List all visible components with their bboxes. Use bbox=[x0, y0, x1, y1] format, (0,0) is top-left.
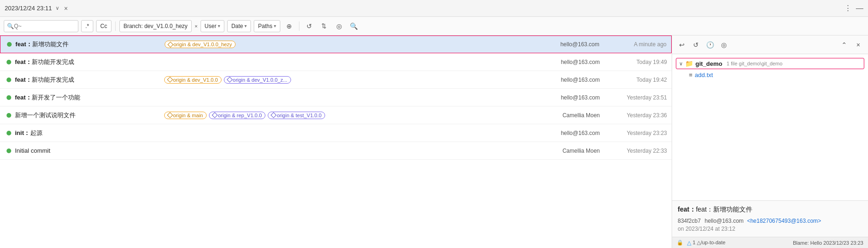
titlebar-time: 2023/12/24 23:11 bbox=[5, 5, 52, 12]
commit-dot bbox=[7, 113, 11, 118]
status-bar: 🔒 △ 1 △/up-to-date Blame: Hello 2023/12/… bbox=[672, 237, 868, 248]
new-tab-icon: ⊕ bbox=[286, 22, 292, 30]
commit-author: hello@163.com bbox=[544, 130, 600, 136]
right-toolbar: ↩ ↺ 🕐 ◎ ⌃ × bbox=[672, 35, 868, 54]
table-row[interactable]: init：起源 hello@163.com Yesterday 23:23 bbox=[0, 124, 672, 142]
commit-date: Today 19:42 bbox=[606, 77, 667, 83]
tag-diamond-icon bbox=[167, 77, 173, 83]
commit-dot bbox=[7, 60, 11, 64]
fetch-icon: ⇅ bbox=[321, 22, 326, 29]
redo-button[interactable]: ↺ bbox=[690, 39, 702, 51]
commit-tags: origin & dev_V1.0.0 origin & dev_V1.0.0_… bbox=[164, 76, 539, 84]
table-row[interactable]: feat：新功能开发完成 origin & dev_V1.0.0 origin … bbox=[0, 71, 672, 89]
commit-author: Camellia Moen bbox=[544, 112, 600, 119]
commit-tag: origin & dev_V1.0.0_z... bbox=[224, 76, 291, 84]
redo-icon: ↺ bbox=[693, 41, 699, 49]
commit-tag: origin & main bbox=[164, 112, 207, 119]
commit-dot bbox=[7, 78, 11, 82]
file-list-icon: ≡ bbox=[689, 71, 693, 78]
commit-detail-email-link[interactable]: <he18270675493@163.com> bbox=[747, 218, 821, 224]
search-commits-button[interactable]: 🔍 bbox=[348, 20, 360, 32]
titlebar-menu-icon[interactable]: ⋮ bbox=[844, 4, 852, 13]
commit-detail-author: hello@163.com bbox=[705, 218, 744, 224]
titlebar-minimize-icon[interactable]: — bbox=[856, 4, 863, 13]
commit-date: Yesterday 23:23 bbox=[606, 130, 667, 136]
search-commits-icon: 🔍 bbox=[350, 22, 358, 30]
history-button[interactable]: 🕐 bbox=[704, 39, 716, 51]
commit-detail: feat：feat：新增功能文件 834f2cb7 hello@163.com … bbox=[672, 200, 868, 237]
folder-item[interactable]: ∨ 📁 git_demo 1 file git_demo\git_demo bbox=[676, 58, 864, 69]
file-item[interactable]: ≡ add.txt bbox=[676, 70, 864, 80]
commit-tags: origin & main origin & rep_V1.0.0 origin… bbox=[164, 112, 539, 119]
user-filter-button[interactable]: User ▾ bbox=[201, 20, 224, 32]
commit-author: hello@163.com bbox=[543, 41, 599, 48]
right-close-button[interactable]: × bbox=[852, 39, 864, 51]
table-row[interactable]: feat：新开发了一个功能 hello@163.com Yesterday 23… bbox=[0, 89, 672, 106]
eye-button[interactable]: ◎ bbox=[333, 20, 345, 32]
tag-diamond-icon bbox=[227, 77, 233, 83]
history-icon: 🕐 bbox=[706, 41, 714, 49]
commit-dot bbox=[7, 149, 11, 153]
paths-filter-button[interactable]: Paths ▾ bbox=[254, 20, 280, 32]
lock-icon: 🔒 bbox=[677, 240, 683, 246]
delta-badge: △ 1 △/up-to-date bbox=[687, 240, 725, 246]
main-window: 2023/12/24 23:11 ∨ × ⋮ — 🔍 .* Cc Branch:… bbox=[0, 0, 868, 248]
commit-date: A minute ago bbox=[606, 41, 667, 48]
commit-author: hello@163.com bbox=[544, 77, 600, 83]
date-filter-button[interactable]: Date ▾ bbox=[227, 20, 251, 32]
date-label: Date bbox=[231, 23, 243, 29]
paths-label: Paths bbox=[258, 23, 272, 29]
collapse-icon: ⌃ bbox=[841, 41, 847, 49]
tag-diamond-icon bbox=[167, 112, 173, 118]
commit-detail-hash: 834f2cb7 hello@163.com <he18270675493@16… bbox=[678, 218, 862, 224]
titlebar: 2023/12/24 23:11 ∨ × ⋮ — bbox=[0, 0, 868, 17]
right-eye-button[interactable]: ◎ bbox=[718, 39, 730, 51]
table-row[interactable]: Initial commit Camellia Moen Yesterday 2… bbox=[0, 142, 672, 160]
collapse-button[interactable]: ⌃ bbox=[838, 39, 850, 51]
commit-date: Yesterday 23:51 bbox=[606, 94, 667, 101]
paths-chevron-icon: ▾ bbox=[274, 23, 276, 28]
tag-diamond-icon bbox=[212, 112, 218, 118]
undo-button[interactable]: ↩ bbox=[676, 39, 688, 51]
eye-icon: ◎ bbox=[336, 22, 342, 30]
commit-tag: origin & dev_V1.0.0 bbox=[164, 76, 222, 84]
fetch-button[interactable]: ⇅ bbox=[318, 20, 330, 32]
branch-close-icon[interactable]: × bbox=[194, 23, 197, 29]
commit-author: hello@163.com bbox=[544, 59, 600, 65]
commit-message: 新增一个测试说明文件 bbox=[15, 111, 164, 120]
commit-message: Initial commit bbox=[15, 147, 164, 154]
commit-date: Today 19:49 bbox=[606, 59, 667, 65]
table-row[interactable]: feat：新增功能文件 origin & dev_V1.0.0_hezy hel… bbox=[0, 35, 672, 53]
user-label: User bbox=[205, 23, 216, 29]
main-area: feat：新增功能文件 origin & dev_V1.0.0_hezy hel… bbox=[0, 35, 868, 248]
search-input[interactable] bbox=[14, 23, 56, 29]
case-button[interactable]: Cc bbox=[96, 20, 111, 32]
refresh-button[interactable]: ↺ bbox=[303, 20, 315, 32]
branch-filter-button[interactable]: Branch: dev_V1.0.0_hezy bbox=[119, 20, 192, 32]
toolbar: 🔍 .* Cc Branch: dev_V1.0.0_hezy × User ▾… bbox=[0, 17, 868, 35]
titlebar-dropdown-arrow[interactable]: ∨ bbox=[56, 5, 59, 11]
commit-tag: origin & dev_V1.0.0_hezy bbox=[165, 41, 236, 48]
right-panel: ↩ ↺ 🕐 ◎ ⌃ × bbox=[672, 35, 868, 248]
tag-diamond-icon bbox=[167, 42, 174, 48]
commit-date: Yesterday 23:36 bbox=[606, 112, 667, 119]
file-name: add.txt bbox=[695, 71, 713, 78]
new-tab-button[interactable]: ⊕ bbox=[283, 20, 295, 32]
table-row[interactable]: feat：新功能开发完成 hello@163.com Today 19:49 bbox=[0, 53, 672, 71]
date-chevron-icon: ▾ bbox=[244, 23, 247, 28]
regex-button[interactable]: .* bbox=[81, 20, 93, 32]
titlebar-close-icon[interactable]: × bbox=[64, 5, 68, 12]
table-row[interactable]: 新增一个测试说明文件 origin & main origin & rep_V1… bbox=[0, 106, 672, 124]
commit-tags: origin & dev_V1.0.0_hezy bbox=[165, 41, 539, 48]
delta-label: 1 △/up-to-date bbox=[693, 240, 725, 246]
right-close-icon: × bbox=[856, 41, 860, 49]
search-box[interactable]: 🔍 bbox=[4, 20, 78, 32]
commit-date: Yesterday 22:33 bbox=[606, 148, 667, 154]
commit-author: Camellia Moen bbox=[544, 148, 600, 154]
commit-message: init：起源 bbox=[15, 129, 164, 137]
commit-dot bbox=[7, 131, 11, 135]
folder-collapse-icon[interactable]: ∨ bbox=[679, 61, 683, 67]
files-area: ∨ 📁 git_demo 1 file git_demo\git_demo ≡ … bbox=[672, 54, 868, 200]
up-arrow-icon: △ bbox=[687, 240, 691, 246]
commit-author: hello@163.com bbox=[544, 94, 600, 101]
